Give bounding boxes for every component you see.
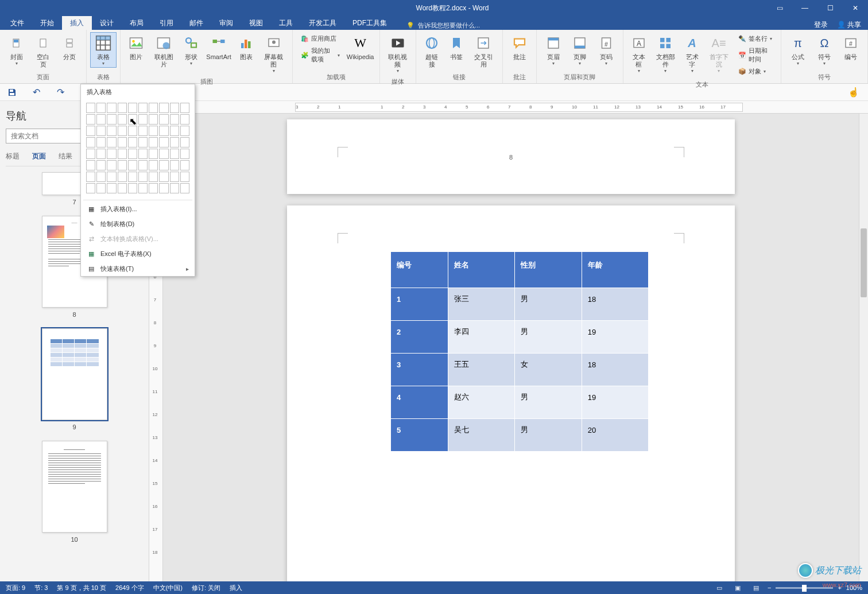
table-grid-cell[interactable] — [180, 183, 189, 193]
table-grid-cell[interactable] — [86, 126, 95, 136]
tab-view[interactable]: 视图 — [241, 16, 271, 30]
picture-button[interactable]: 图片 — [124, 32, 149, 63]
table-grid-cell[interactable] — [180, 114, 189, 125]
tab-design[interactable]: 设计 — [92, 16, 122, 30]
table-grid-cell[interactable] — [86, 137, 95, 147]
web-layout-button[interactable]: ▤ — [749, 583, 763, 593]
table-grid-cell[interactable] — [180, 103, 189, 113]
table-grid-cell[interactable] — [149, 183, 158, 193]
table-header-cell[interactable]: 性别 — [515, 252, 582, 288]
scrollbar-thumb[interactable] — [861, 228, 867, 297]
undo-button[interactable]: ↶ — [30, 86, 42, 99]
table-row[interactable]: 5吴七男20 — [391, 419, 649, 452]
table-grid-cell[interactable] — [180, 149, 189, 159]
chart-button[interactable]: 图表 — [234, 32, 258, 63]
cover-page-button[interactable]: 封面 ▾ — [3, 32, 30, 68]
table-grid-cell[interactable] — [138, 149, 148, 159]
table-grid-cell[interactable] — [118, 114, 127, 125]
table-grid-cell[interactable] — [107, 160, 116, 170]
table-grid-cell[interactable] — [128, 103, 137, 113]
navtab-results[interactable]: 结果 — [59, 152, 72, 162]
table-cell[interactable]: 张三 — [448, 288, 515, 321]
table-grid-cell[interactable] — [170, 160, 179, 170]
table-grid-cell[interactable] — [96, 137, 106, 147]
table-grid-cell[interactable] — [138, 114, 148, 125]
header-button[interactable]: 页眉▾ — [540, 32, 567, 68]
tab-file[interactable]: 文件 — [2, 16, 32, 30]
quick-tables-menu[interactable]: ▤快速表格(T)▸ — [81, 261, 195, 276]
wikipedia-button[interactable]: WWikipedia — [344, 32, 376, 63]
table-grid-cell[interactable] — [159, 114, 168, 125]
status-words[interactable]: 2649 个字 — [115, 584, 144, 592]
table-grid-cell[interactable] — [86, 149, 95, 159]
table-grid-cell[interactable] — [128, 160, 137, 170]
table-grid-cell[interactable] — [159, 160, 168, 170]
table-grid-cell[interactable] — [107, 149, 116, 159]
symbol-button[interactable]: Ω符号▾ — [811, 32, 838, 68]
maximize-button[interactable]: ☐ — [817, 0, 843, 16]
zoom-slider-thumb[interactable] — [802, 585, 807, 592]
tab-pdf[interactable]: PDF工具集 — [344, 16, 395, 30]
table-cell[interactable]: 5 — [391, 419, 448, 452]
table-grid-cell[interactable] — [107, 114, 116, 125]
table-grid-cell[interactable] — [86, 172, 95, 182]
table-grid-cell[interactable] — [96, 183, 106, 193]
tab-review[interactable]: 审阅 — [211, 16, 241, 30]
navtab-pages[interactable]: 页面 — [32, 152, 46, 162]
table-grid-cell[interactable] — [86, 103, 95, 113]
table-grid-cell[interactable] — [170, 183, 179, 193]
table-grid-cell[interactable] — [96, 126, 106, 136]
parts-button[interactable]: 文档部件▾ — [651, 32, 680, 75]
table-grid-cell[interactable] — [86, 114, 95, 125]
table-cell[interactable]: 吴七 — [448, 419, 515, 452]
table-grid-cell[interactable] — [118, 137, 127, 147]
table-grid-cell[interactable] — [159, 149, 168, 159]
table-grid-cell[interactable] — [138, 103, 148, 113]
status-lang[interactable]: 中文(中国) — [153, 584, 183, 592]
touch-mode-button[interactable]: ☝ — [847, 86, 860, 99]
navtab-headings[interactable]: 标题 — [6, 152, 20, 162]
table-grid-cell[interactable] — [118, 172, 127, 182]
minimize-button[interactable]: — — [792, 0, 817, 16]
table-grid-cell[interactable] — [86, 160, 95, 170]
tab-references[interactable]: 引用 — [152, 16, 181, 30]
table-grid-cell[interactable] — [170, 149, 179, 159]
my-addins-button[interactable]: 🧩我的加载项▾ — [299, 45, 342, 65]
table-cell[interactable]: 男 — [515, 288, 582, 321]
document-scroll[interactable]: 8 编号姓名性别年龄 1张三男182李四男193王五女184赵六男195吴七男2… — [163, 114, 859, 581]
table-grid-cell[interactable] — [180, 137, 189, 147]
ribbon-display-options-button[interactable]: ▭ — [767, 0, 792, 16]
status-revise[interactable]: 修订: 关闭 — [192, 584, 220, 592]
table-grid-cell[interactable] — [118, 103, 127, 113]
table-cell[interactable]: 4 — [391, 386, 448, 419]
table-grid-cell[interactable] — [159, 183, 168, 193]
table-grid-cell[interactable] — [138, 137, 148, 147]
screenshot-button[interactable]: 屏幕截图▾ — [258, 32, 289, 75]
print-layout-button[interactable]: ▣ — [731, 583, 745, 593]
tab-insert[interactable]: 插入 — [62, 16, 92, 30]
table-row[interactable]: 4赵六男19 — [391, 386, 649, 419]
table-grid-cell[interactable] — [138, 126, 148, 136]
horizontal-ruler[interactable]: 3211234567891011121314151617 — [163, 101, 868, 114]
table-grid-cell[interactable] — [86, 183, 95, 193]
tab-dev[interactable]: 开发工具 — [301, 16, 344, 30]
equation-button[interactable]: π公式▾ — [785, 32, 811, 68]
save-button[interactable] — [6, 86, 18, 99]
online-video-button[interactable]: 联机视频▾ — [383, 32, 412, 75]
shapes-button[interactable]: 形状▾ — [179, 32, 204, 68]
table-grid-cell[interactable] — [180, 126, 189, 136]
page-break-button[interactable]: 分页 — [56, 32, 83, 63]
zoom-out-button[interactable]: − — [768, 584, 771, 591]
table-grid-cell[interactable] — [128, 114, 137, 125]
table-grid-cell[interactable] — [118, 126, 127, 136]
redo-button[interactable]: ↷ — [54, 86, 67, 99]
table-cell[interactable]: 1 — [391, 288, 448, 321]
table-grid-cell[interactable] — [159, 137, 168, 147]
table-cell[interactable]: 18 — [582, 288, 648, 321]
status-section[interactable]: 节: 3 — [34, 584, 48, 592]
number-button[interactable]: #编号 — [838, 32, 864, 63]
status-page-of[interactable]: 第 9 页，共 10 页 — [57, 584, 106, 592]
table-header-cell[interactable]: 年龄 — [582, 252, 648, 288]
footer-button[interactable]: 页脚▾ — [567, 32, 593, 68]
table-grid-cell[interactable] — [128, 149, 137, 159]
